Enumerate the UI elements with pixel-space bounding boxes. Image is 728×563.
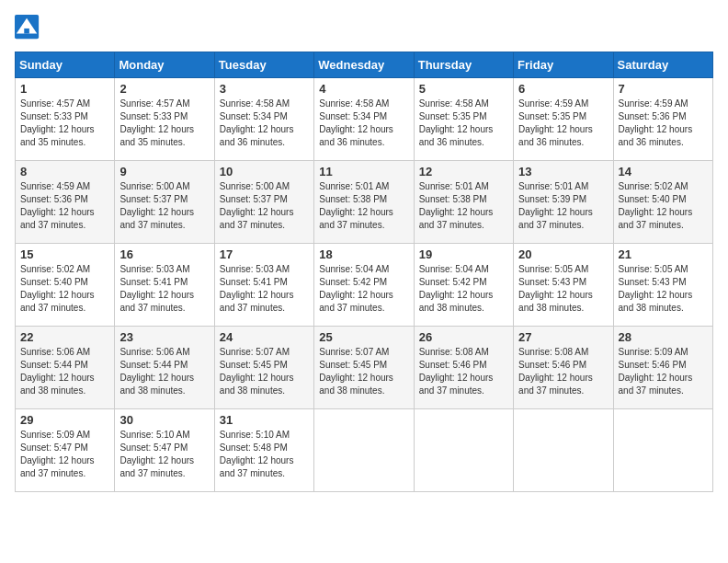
day-info: Sunrise: 4:57 AM Sunset: 5:33 PM Dayligh… — [20, 98, 109, 149]
day-info: Sunrise: 5:08 AM Sunset: 5:46 PM Dayligh… — [419, 346, 508, 397]
day-number: 8 — [20, 165, 109, 178]
calendar-day-cell: 18 Sunrise: 5:04 AM Sunset: 5:42 PM Dayl… — [314, 244, 414, 327]
calendar-day-cell — [414, 409, 513, 492]
day-number: 30 — [119, 413, 209, 427]
weekday-header-cell: Friday — [514, 52, 613, 78]
day-number: 7 — [619, 82, 708, 96]
calendar-day-cell: 5 Sunrise: 4:58 AM Sunset: 5:35 PM Dayli… — [414, 78, 513, 161]
calendar-week-row: 22 Sunrise: 5:06 AM Sunset: 5:44 PM Dayl… — [16, 327, 713, 409]
day-info: Sunrise: 5:03 AM Sunset: 5:41 PM Dayligh… — [220, 263, 309, 315]
calendar-day-cell: 30 Sunrise: 5:10 AM Sunset: 5:47 PM Dayl… — [115, 409, 214, 492]
calendar-day-cell: 9 Sunrise: 5:00 AM Sunset: 5:37 PM Dayli… — [115, 161, 214, 244]
calendar-day-cell: 19 Sunrise: 5:04 AM Sunset: 5:42 PM Dayl… — [414, 244, 513, 327]
calendar-day-cell: 31 Sunrise: 5:10 AM Sunset: 5:48 PM Dayl… — [214, 409, 313, 492]
calendar-day-cell: 24 Sunrise: 5:07 AM Sunset: 5:45 PM Dayl… — [214, 327, 313, 409]
calendar-day-cell: 15 Sunrise: 5:02 AM Sunset: 5:40 PM Dayl… — [16, 244, 115, 327]
day-info: Sunrise: 5:00 AM Sunset: 5:37 PM Dayligh… — [220, 180, 309, 232]
day-info: Sunrise: 5:04 AM Sunset: 5:42 PM Dayligh… — [319, 263, 408, 315]
day-info: Sunrise: 4:58 AM Sunset: 5:35 PM Dayligh… — [419, 98, 508, 149]
calendar-day-cell: 10 Sunrise: 5:00 AM Sunset: 5:37 PM Dayl… — [214, 161, 313, 244]
day-number: 29 — [20, 413, 109, 427]
calendar-day-cell — [613, 409, 712, 492]
day-number: 19 — [419, 247, 508, 261]
calendar-day-cell: 22 Sunrise: 5:06 AM Sunset: 5:44 PM Dayl… — [16, 327, 115, 409]
calendar-day-cell — [514, 409, 613, 492]
calendar-day-cell: 28 Sunrise: 5:09 AM Sunset: 5:46 PM Dayl… — [613, 327, 712, 409]
calendar-day-cell: 2 Sunrise: 4:57 AM Sunset: 5:33 PM Dayli… — [115, 78, 214, 161]
calendar-day-cell: 17 Sunrise: 5:03 AM Sunset: 5:41 PM Dayl… — [214, 244, 313, 327]
weekday-header-cell: Tuesday — [214, 52, 313, 78]
day-number: 12 — [419, 165, 508, 178]
day-number: 28 — [619, 330, 708, 344]
day-number: 25 — [319, 330, 408, 344]
day-info: Sunrise: 5:09 AM Sunset: 5:47 PM Dayligh… — [20, 429, 109, 480]
calendar-day-cell: 26 Sunrise: 5:08 AM Sunset: 5:46 PM Dayl… — [414, 327, 513, 409]
day-info: Sunrise: 4:59 AM Sunset: 5:36 PM Dayligh… — [619, 98, 708, 149]
day-info: Sunrise: 5:07 AM Sunset: 5:45 PM Dayligh… — [319, 346, 408, 397]
calendar-day-cell: 3 Sunrise: 4:58 AM Sunset: 5:34 PM Dayli… — [214, 78, 313, 161]
calendar-day-cell: 23 Sunrise: 5:06 AM Sunset: 5:44 PM Dayl… — [115, 327, 214, 409]
logo-icon — [15, 15, 40, 40]
day-number: 27 — [518, 330, 608, 344]
calendar-day-cell: 4 Sunrise: 4:58 AM Sunset: 5:34 PM Dayli… — [314, 78, 414, 161]
calendar-day-cell: 21 Sunrise: 5:05 AM Sunset: 5:43 PM Dayl… — [613, 244, 712, 327]
day-number: 23 — [119, 330, 209, 344]
day-number: 17 — [220, 247, 309, 261]
calendar-day-cell: 11 Sunrise: 5:01 AM Sunset: 5:38 PM Dayl… — [314, 161, 414, 244]
calendar-day-cell: 12 Sunrise: 5:01 AM Sunset: 5:38 PM Dayl… — [414, 161, 513, 244]
calendar-day-cell: 1 Sunrise: 4:57 AM Sunset: 5:33 PM Dayli… — [16, 78, 115, 161]
calendar-day-cell: 29 Sunrise: 5:09 AM Sunset: 5:47 PM Dayl… — [16, 409, 115, 492]
day-number: 16 — [119, 247, 209, 261]
day-info: Sunrise: 5:05 AM Sunset: 5:43 PM Dayligh… — [619, 263, 708, 315]
day-info: Sunrise: 4:57 AM Sunset: 5:33 PM Dayligh… — [119, 98, 209, 149]
logo — [15, 15, 44, 40]
day-info: Sunrise: 5:01 AM Sunset: 5:38 PM Dayligh… — [419, 180, 508, 232]
day-number: 13 — [518, 165, 608, 178]
calendar-day-cell: 25 Sunrise: 5:07 AM Sunset: 5:45 PM Dayl… — [314, 327, 414, 409]
calendar-day-cell: 8 Sunrise: 4:59 AM Sunset: 5:36 PM Dayli… — [16, 161, 115, 244]
calendar-day-cell: 20 Sunrise: 5:05 AM Sunset: 5:43 PM Dayl… — [514, 244, 613, 327]
day-info: Sunrise: 5:01 AM Sunset: 5:39 PM Dayligh… — [518, 180, 608, 232]
day-number: 3 — [220, 82, 309, 96]
calendar-week-row: 1 Sunrise: 4:57 AM Sunset: 5:33 PM Dayli… — [16, 78, 713, 161]
day-number: 21 — [619, 247, 708, 261]
day-info: Sunrise: 4:58 AM Sunset: 5:34 PM Dayligh… — [220, 98, 309, 149]
calendar-day-cell: 7 Sunrise: 4:59 AM Sunset: 5:36 PM Dayli… — [613, 78, 712, 161]
calendar-week-row: 29 Sunrise: 5:09 AM Sunset: 5:47 PM Dayl… — [16, 409, 713, 492]
day-number: 15 — [20, 247, 109, 261]
day-info: Sunrise: 5:07 AM Sunset: 5:45 PM Dayligh… — [220, 346, 309, 397]
day-number: 14 — [619, 165, 708, 178]
calendar-week-row: 15 Sunrise: 5:02 AM Sunset: 5:40 PM Dayl… — [16, 244, 713, 327]
day-info: Sunrise: 5:09 AM Sunset: 5:46 PM Dayligh… — [619, 346, 708, 397]
svg-rect-2 — [24, 29, 29, 34]
weekday-header-cell: Saturday — [613, 52, 712, 78]
day-number: 5 — [419, 82, 508, 96]
weekday-header-cell: Wednesday — [314, 52, 414, 78]
day-info: Sunrise: 5:03 AM Sunset: 5:41 PM Dayligh… — [119, 263, 209, 315]
weekday-header-cell: Monday — [115, 52, 214, 78]
calendar-week-row: 8 Sunrise: 4:59 AM Sunset: 5:36 PM Dayli… — [16, 161, 713, 244]
day-info: Sunrise: 5:08 AM Sunset: 5:46 PM Dayligh… — [518, 346, 608, 397]
day-info: Sunrise: 5:00 AM Sunset: 5:37 PM Dayligh… — [119, 180, 209, 232]
calendar-body: 1 Sunrise: 4:57 AM Sunset: 5:33 PM Dayli… — [16, 78, 713, 492]
day-info: Sunrise: 5:06 AM Sunset: 5:44 PM Dayligh… — [20, 346, 109, 397]
day-info: Sunrise: 4:58 AM Sunset: 5:34 PM Dayligh… — [319, 98, 408, 149]
day-number: 4 — [319, 82, 408, 96]
day-number: 10 — [220, 165, 309, 178]
day-info: Sunrise: 5:06 AM Sunset: 5:44 PM Dayligh… — [119, 346, 209, 397]
day-number: 2 — [119, 82, 209, 96]
page-header — [15, 15, 713, 40]
day-number: 24 — [220, 330, 309, 344]
day-info: Sunrise: 5:01 AM Sunset: 5:38 PM Dayligh… — [319, 180, 408, 232]
day-info: Sunrise: 5:02 AM Sunset: 5:40 PM Dayligh… — [20, 263, 109, 315]
calendar-day-cell: 6 Sunrise: 4:59 AM Sunset: 5:35 PM Dayli… — [514, 78, 613, 161]
day-info: Sunrise: 5:02 AM Sunset: 5:40 PM Dayligh… — [619, 180, 708, 232]
weekday-header-cell: Thursday — [414, 52, 513, 78]
day-info: Sunrise: 5:05 AM Sunset: 5:43 PM Dayligh… — [518, 263, 608, 315]
calendar-day-cell: 14 Sunrise: 5:02 AM Sunset: 5:40 PM Dayl… — [613, 161, 712, 244]
day-info: Sunrise: 5:04 AM Sunset: 5:42 PM Dayligh… — [419, 263, 508, 315]
calendar-day-cell: 13 Sunrise: 5:01 AM Sunset: 5:39 PM Dayl… — [514, 161, 613, 244]
day-number: 1 — [20, 82, 109, 96]
day-number: 26 — [419, 330, 508, 344]
weekday-header-cell: Sunday — [16, 52, 115, 78]
